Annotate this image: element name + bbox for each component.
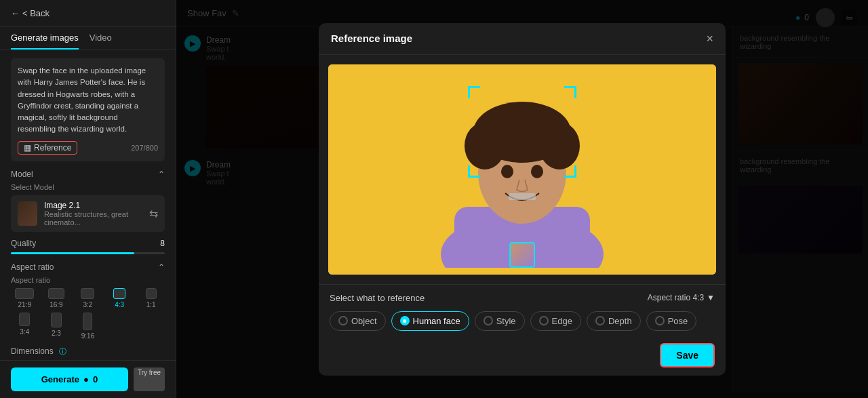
aspect-ratio-label: Aspect ratio: [11, 276, 165, 284]
aspect-label-3-4: 3:4: [20, 328, 29, 336]
aspect-1-1[interactable]: 1:1: [137, 288, 165, 309]
aspect-box-21-9: [15, 288, 34, 299]
aspect-collapse-icon: ⌃: [158, 262, 165, 272]
modal-footer: Select what to reference Aspect ratio 4:…: [319, 284, 726, 376]
model-description: Realistic structures, great cinemato...: [44, 210, 142, 226]
aspect-2-3[interactable]: 2:3: [43, 313, 71, 340]
tab-generate-images[interactable]: Generate images: [11, 33, 79, 49]
modal-close-button[interactable]: ×: [706, 33, 713, 45]
quality-slider[interactable]: [11, 252, 165, 254]
aspect-box-9-16: [83, 313, 92, 330]
reference-icon: ▦: [24, 143, 31, 153]
sidebar-header: ← < Back: [0, 0, 176, 27]
prompt-actions: ▦ Reference 207/800: [18, 141, 158, 155]
try-free-badge: Try free: [134, 367, 165, 391]
footer-actions: Save: [330, 343, 715, 367]
corner-bl: [468, 165, 480, 178]
main-area: ● 0 ⥦ Show Fav ✎ ▶ Dream Swap t world.: [176, 0, 868, 398]
svg-rect-8: [509, 193, 536, 200]
dimensions-row: Dimensions ⓘ: [11, 346, 165, 357]
thumbnail-strip: [509, 242, 535, 268]
model-section-title: Model: [11, 170, 33, 179]
ref-label-edge: Edge: [552, 316, 572, 326]
reference-label: Reference: [34, 143, 71, 153]
generate-bar: Generate ● 0 Try free: [0, 360, 176, 398]
tab-video[interactable]: Video: [90, 33, 112, 49]
radio-human-face: [400, 316, 410, 325]
select-reference-label: Select what to reference: [330, 293, 425, 303]
quality-label: Quality: [11, 239, 36, 248]
ref-option-edge[interactable]: Edge: [530, 311, 581, 331]
aspect-9-16[interactable]: 9:16: [74, 313, 102, 340]
ref-option-pose[interactable]: Pose: [646, 311, 697, 331]
aspect-3-4[interactable]: 3:4: [11, 313, 39, 340]
aspect-ratio-title: Aspect ratio: [11, 262, 54, 272]
modal-title: Reference image: [331, 33, 412, 44]
aspect-ratio-value: Aspect ratio 4:3: [648, 293, 704, 302]
aspect-label-2-3: 2:3: [52, 330, 61, 337]
generate-icon: ●: [83, 374, 89, 384]
sidebar-tabs: Generate images Video: [0, 27, 176, 50]
radio-style: [484, 316, 493, 325]
reference-button[interactable]: ▦ Reference: [18, 141, 77, 155]
prompt-text: Swap the face in the uploaded image with…: [18, 65, 158, 136]
model-name: Image 2.1: [44, 201, 142, 210]
aspect-ratio-section: Aspect ratio ⌃: [11, 262, 165, 272]
aspect-label-3-2: 3:2: [83, 301, 93, 309]
reference-select-row: Select what to reference Aspect ratio 4:…: [330, 293, 715, 303]
ref-option-human-face[interactable]: Human face: [391, 311, 469, 331]
aspect-box-1-1: [146, 288, 157, 299]
char-count: 207/800: [131, 144, 158, 152]
aspect-box-3-4: [19, 313, 30, 326]
dimensions-label: Dimensions: [11, 346, 54, 356]
reference-image-modal: Reference image ×: [319, 23, 726, 376]
app-wrapper: ← < Back Generate images Video Swap the …: [0, 0, 868, 398]
corner-tl: [468, 86, 480, 98]
chevron-down-icon: ▼: [707, 293, 715, 302]
sidebar-content: Swap the face in the uploaded image with…: [0, 50, 176, 360]
model-card[interactable]: Image 2.1 Realistic structures, great ci…: [11, 195, 165, 232]
generate-label: Generate: [41, 374, 79, 384]
generate-count: 0: [93, 374, 98, 384]
ref-label-pose: Pose: [668, 316, 688, 326]
thumb-1[interactable]: [509, 242, 535, 268]
modal-overlay: Reference image ×: [176, 0, 868, 398]
ref-label-style: Style: [496, 316, 516, 326]
ref-option-object[interactable]: Object: [330, 311, 386, 331]
aspect-label-9-16: 9:16: [81, 332, 94, 340]
image-preview-area: [328, 64, 716, 275]
ref-option-style[interactable]: Style: [475, 311, 525, 331]
aspect-3-2[interactable]: 3:2: [74, 288, 102, 309]
reference-options: Object Human face Style: [330, 311, 715, 367]
aspect-box-16-9: [48, 288, 64, 299]
ref-label-human-face: Human face: [413, 316, 460, 326]
back-button[interactable]: ← < Back: [11, 8, 50, 18]
modal-body: [319, 55, 726, 284]
info-icon: ⓘ: [59, 346, 66, 357]
aspect-box-4-3: [113, 288, 125, 299]
model-section: Model ⌃: [11, 170, 165, 179]
aspect-ratio-select[interactable]: Aspect ratio 4:3 ▼: [648, 293, 715, 302]
modal-header: Reference image ×: [319, 23, 726, 55]
swap-icon: ⇆: [149, 207, 158, 220]
aspect-4-3[interactable]: 4:3: [106, 288, 134, 309]
save-button[interactable]: Save: [660, 343, 715, 367]
aspect-ratio-grid: 21:9 16:9 3:2 4:3 1:1: [11, 288, 165, 340]
aspect-21-9[interactable]: 21:9: [11, 288, 39, 309]
back-arrow-icon: ←: [11, 8, 20, 18]
model-thumbnail: [18, 201, 37, 226]
aspect-box-2-3: [51, 313, 62, 327]
aspect-label-16-9: 16:9: [50, 301, 62, 309]
ref-option-depth[interactable]: Depth: [587, 311, 641, 331]
radio-pose: [655, 316, 665, 325]
corner-br: [564, 165, 576, 178]
aspect-label-1-1: 1:1: [146, 301, 156, 309]
generate-button[interactable]: Generate ● 0: [11, 367, 128, 391]
corner-tr: [564, 86, 576, 98]
aspect-16-9[interactable]: 16:9: [43, 288, 71, 309]
radio-edge: [539, 316, 549, 325]
ref-label-depth: Depth: [608, 316, 632, 326]
collapse-icon: ⌃: [158, 170, 165, 179]
back-label: < Back: [22, 8, 50, 18]
ref-label-object: Object: [351, 316, 377, 326]
